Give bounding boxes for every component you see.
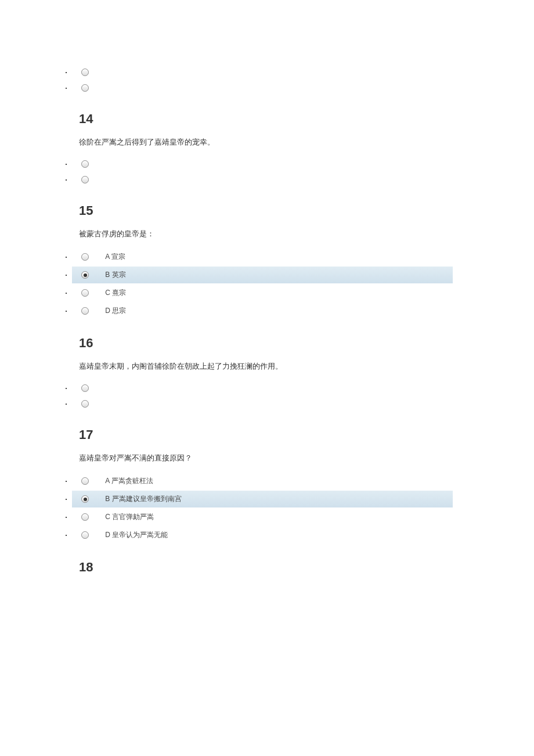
question-text: 嘉靖皇帝末期，内阁首辅徐阶在朝政上起了力挽狂澜的作用。	[79, 361, 453, 372]
option-label: C 熹宗	[105, 288, 126, 298]
option-item-c[interactable]: C 熹宗	[72, 285, 453, 301]
question-text: 徐阶在严嵩之后得到了嘉靖皇帝的宠幸。	[79, 137, 453, 147]
option-item-c[interactable]: C 言官弹劾严嵩	[72, 509, 453, 525]
option-label: D 思宗	[105, 306, 126, 316]
radio-icon[interactable]	[81, 160, 89, 168]
option-label: B 严嵩建议皇帝搬到南宫	[105, 494, 181, 504]
option-item[interactable]	[72, 381, 453, 395]
radio-icon[interactable]	[81, 84, 89, 92]
option-item-d[interactable]: D 思宗	[72, 303, 453, 319]
option-item[interactable]	[72, 157, 453, 171]
option-list: A 严嵩贪赃枉法 B 严嵩建议皇帝搬到南宫 C 言官弹劾严嵩 D 皇帝认为严嵩无…	[72, 473, 453, 543]
option-item[interactable]	[72, 172, 453, 187]
radio-icon[interactable]	[81, 400, 89, 408]
option-label: C 言官弹劾严嵩	[105, 512, 154, 522]
option-item-b[interactable]: B 严嵩建议皇帝搬到南宫	[72, 491, 453, 507]
question-text: 被蒙古俘虏的皇帝是：	[79, 229, 453, 239]
radio-icon[interactable]	[81, 495, 89, 503]
radio-icon[interactable]	[81, 289, 89, 297]
option-label: A 严嵩贪赃枉法	[105, 476, 153, 486]
quiz-content: 14 徐阶在严嵩之后得到了嘉靖皇帝的宠幸。 15 被蒙古俘虏的皇帝是： A 宣宗…	[0, 0, 534, 609]
question-number: 18	[79, 560, 453, 575]
option-item[interactable]	[72, 65, 453, 80]
radio-icon[interactable]	[81, 307, 89, 315]
radio-icon[interactable]	[81, 531, 89, 539]
option-item[interactable]	[72, 81, 453, 95]
question-text: 嘉靖皇帝对严嵩不满的直接原因？	[79, 453, 453, 463]
option-item-d[interactable]: D 皇帝认为严嵩无能	[72, 527, 453, 543]
option-list	[72, 157, 453, 187]
radio-icon[interactable]	[81, 271, 89, 279]
option-item-a[interactable]: A 严嵩贪赃枉法	[72, 473, 453, 489]
option-item-a[interactable]: A 宣宗	[72, 249, 453, 265]
question-number: 14	[79, 111, 453, 127]
radio-icon[interactable]	[81, 176, 89, 183]
option-label: B 英宗	[105, 270, 125, 280]
radio-icon[interactable]	[81, 477, 89, 485]
option-list	[72, 381, 453, 411]
option-item-b[interactable]: B 英宗	[72, 267, 453, 283]
option-list: A 宣宗 B 英宗 C 熹宗 D 思宗	[72, 249, 453, 319]
question-number: 15	[79, 203, 453, 218]
option-item[interactable]	[72, 397, 453, 411]
option-label: A 宣宗	[105, 252, 125, 262]
radio-icon[interactable]	[81, 513, 89, 521]
radio-icon[interactable]	[81, 384, 89, 392]
question-number: 17	[79, 427, 453, 442]
radio-icon[interactable]	[81, 253, 89, 261]
radio-icon[interactable]	[81, 69, 89, 76]
option-list-top	[72, 65, 453, 95]
option-label: D 皇帝认为严嵩无能	[105, 530, 168, 540]
question-number: 16	[79, 336, 453, 351]
